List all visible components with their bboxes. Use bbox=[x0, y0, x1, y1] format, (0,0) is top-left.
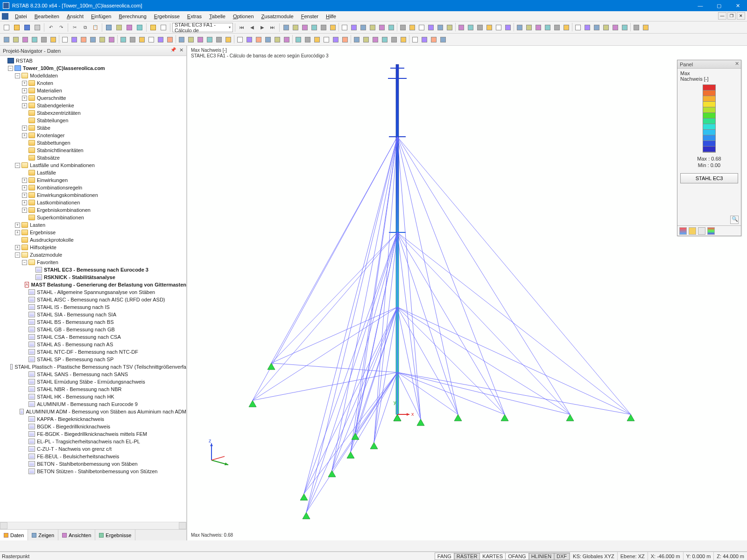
tree-item[interactable]: STAHL - Allgemeine Spannungsanalyse von … bbox=[1, 288, 186, 296]
menu-datei[interactable]: Datei bbox=[11, 13, 31, 20]
tb-generic[interactable] bbox=[60, 35, 70, 44]
tree-hscroll[interactable] bbox=[0, 522, 186, 529]
tree-item[interactable]: ALUMINIUM ADM - Bemessung von Stäben aus… bbox=[1, 408, 186, 415]
tb-generic[interactable] bbox=[107, 35, 116, 44]
tree-item[interactable]: STAHL SIA - Bemessung nach SIA bbox=[1, 311, 186, 318]
tree-item[interactable]: STAHL HK - Bemessung nach HK bbox=[1, 393, 186, 400]
tb-generic[interactable] bbox=[417, 23, 426, 32]
menu-extras[interactable]: Extras bbox=[183, 13, 205, 20]
tb-generic[interactable] bbox=[273, 35, 282, 44]
tb-save[interactable] bbox=[22, 23, 32, 32]
tab-zeigen[interactable]: Zeigen bbox=[28, 530, 58, 540]
tree-item[interactable]: BGDK - Biegedrillknicknachweis bbox=[1, 423, 186, 430]
tb-generic[interactable] bbox=[196, 35, 205, 44]
tb-table-icon[interactable] bbox=[159, 23, 168, 32]
status-tab-kartes[interactable]: KARTES bbox=[479, 553, 506, 560]
tree-item[interactable]: +Querschnitte bbox=[1, 94, 186, 102]
model-viewport[interactable]: Max Nachweis [-] STAHL EC3 FA1 - Cálculo… bbox=[187, 46, 747, 540]
menu-berechnung[interactable]: Berechnung bbox=[115, 13, 150, 20]
tb-generic[interactable] bbox=[380, 35, 389, 44]
tb-generic[interactable] bbox=[438, 35, 448, 44]
tree-item[interactable]: +Stabendgelenke bbox=[1, 102, 186, 109]
tb-generic[interactable] bbox=[70, 35, 79, 44]
tb-new[interactable] bbox=[2, 23, 11, 32]
tb-generic[interactable] bbox=[254, 35, 263, 44]
tree-item[interactable]: +Knoten bbox=[1, 79, 186, 87]
panel-module-button[interactable]: STAHL EC3 bbox=[680, 173, 738, 183]
panel-tab-1[interactable] bbox=[679, 227, 687, 235]
menu-hilfe[interactable]: Hilfe bbox=[322, 13, 340, 20]
tb-c[interactable] bbox=[125, 23, 134, 32]
tree-item[interactable]: STAHL GB - Bemessung nach GB bbox=[1, 326, 186, 333]
tb-generic[interactable] bbox=[457, 23, 466, 32]
tree-item[interactable]: ALUMINIUM - Bemessung nach Eurocode 9 bbox=[1, 400, 186, 408]
tree-item[interactable]: STAHL CSA - Bemessung nach CSA bbox=[1, 333, 186, 341]
panel-close-icon[interactable]: ✕ bbox=[735, 61, 739, 67]
menu-ansicht[interactable]: Ansicht bbox=[63, 13, 87, 20]
close-button[interactable]: ✕ bbox=[728, 0, 747, 11]
tb-generic[interactable] bbox=[340, 23, 349, 32]
tree-item[interactable]: −Tower_100m_(C)lassereolica.com bbox=[1, 64, 186, 72]
tb-d[interactable] bbox=[135, 23, 144, 32]
tb-generic[interactable] bbox=[79, 35, 88, 44]
tb-generic[interactable] bbox=[352, 35, 361, 44]
tb-b[interactable] bbox=[114, 23, 124, 32]
tb-generic[interactable] bbox=[466, 23, 475, 32]
tb-generic[interactable] bbox=[632, 23, 641, 32]
module-combo[interactable]: STAHL EC3 FA1 - Cálculo de▾ bbox=[172, 23, 233, 32]
tree-item[interactable]: −Lastfälle und Kombinationen bbox=[1, 161, 186, 169]
tree-item[interactable]: BETON - Stahlbetonbemessung von Stäben bbox=[1, 460, 186, 468]
minimize-button[interactable]: — bbox=[691, 0, 710, 11]
tree-item[interactable]: Stabsätze bbox=[1, 154, 186, 161]
tb-generic[interactable] bbox=[263, 35, 273, 44]
tb-generic[interactable] bbox=[361, 35, 371, 44]
tree-item[interactable]: +Einwirkungskombinationen bbox=[1, 191, 186, 199]
tb-undo[interactable]: ↶ bbox=[46, 23, 56, 32]
tb-generic[interactable] bbox=[420, 35, 429, 44]
tb-generic[interactable] bbox=[310, 23, 319, 32]
mdi-minimize[interactable]: — bbox=[718, 12, 726, 20]
tb-generic[interactable] bbox=[524, 23, 534, 32]
tree-item[interactable]: EL-PL - Tragsicherheitsnachweis nach EL-… bbox=[1, 438, 186, 445]
tb-generic[interactable] bbox=[303, 35, 312, 44]
panel-header[interactable]: Panel ✕ bbox=[677, 60, 741, 69]
tree-item[interactable]: MAST Belastung - Generierung der Belastu… bbox=[1, 281, 186, 288]
tb-generic[interactable] bbox=[156, 35, 165, 44]
tb-generic[interactable] bbox=[128, 35, 137, 44]
tree-item[interactable]: −Favoriten bbox=[1, 259, 186, 266]
tree-item[interactable]: Lastfälle bbox=[1, 169, 186, 176]
tb-generic[interactable] bbox=[282, 23, 291, 32]
tb-generic[interactable] bbox=[620, 23, 629, 32]
tb-generic[interactable] bbox=[601, 23, 611, 32]
tb-generic[interactable] bbox=[641, 23, 650, 32]
tb-generic[interactable] bbox=[30, 35, 39, 44]
tree-item[interactable]: STAHL EC3 - Bemessung nach Eurocode 3 bbox=[1, 266, 186, 273]
tree-item[interactable]: Superkombinationen bbox=[1, 214, 186, 221]
tree-item[interactable]: Stabbettungen bbox=[1, 139, 186, 147]
menu-zusatzmodule[interactable]: Zusatzmodule bbox=[258, 13, 297, 20]
tb-generic[interactable] bbox=[429, 35, 438, 44]
menu-fenster[interactable]: Fenster bbox=[297, 13, 322, 20]
tree-item[interactable]: STAHL AS - Bemessung nach AS bbox=[1, 341, 186, 348]
tb-nav-next[interactable]: ▶ bbox=[258, 23, 267, 32]
tb-generic[interactable] bbox=[235, 35, 245, 44]
menu-bearbeiten[interactable]: Bearbeiten bbox=[31, 13, 63, 20]
tb-generic[interactable] bbox=[328, 23, 338, 32]
tree-item[interactable]: STAHL SP - Bemessung nach SP bbox=[1, 356, 186, 363]
tree-item[interactable]: STAHL BS - Bemessung nach BS bbox=[1, 318, 186, 326]
tree-item[interactable]: BETON Stützen - Stahlbetonbemessung von … bbox=[1, 468, 186, 475]
tb-generic[interactable] bbox=[147, 35, 156, 44]
tb-generic[interactable] bbox=[291, 23, 300, 32]
tb-nav-last[interactable]: ⏭ bbox=[268, 23, 277, 32]
tree-item[interactable]: Stabteilungen bbox=[1, 117, 186, 124]
tb-generic[interactable] bbox=[177, 35, 186, 44]
tb-generic[interactable] bbox=[319, 23, 328, 32]
tb-generic[interactable] bbox=[410, 35, 420, 44]
tree-item[interactable]: +Ergebnisse bbox=[1, 229, 186, 236]
tb-generic[interactable] bbox=[21, 35, 30, 44]
tb-generic[interactable] bbox=[340, 35, 350, 44]
tb-generic[interactable] bbox=[245, 35, 254, 44]
tb-a[interactable] bbox=[104, 23, 113, 32]
tb-generic[interactable] bbox=[377, 23, 387, 32]
panel-tab-3[interactable] bbox=[698, 227, 705, 235]
